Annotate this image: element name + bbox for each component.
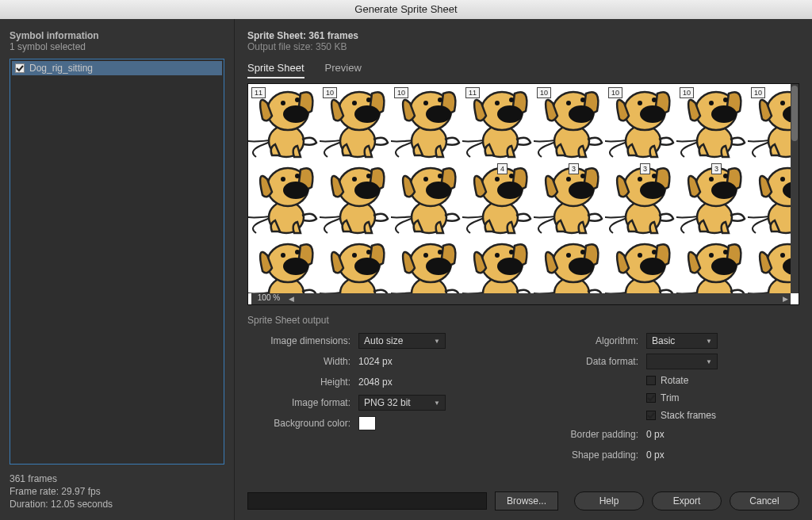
- sprite-frame: [534, 236, 605, 293]
- chevron-down-icon: ▼: [706, 338, 712, 345]
- stat-rate: Frame rate: 29.97 fps: [10, 485, 224, 498]
- format-select[interactable]: PNG 32 bit ▼: [358, 395, 446, 411]
- frame-number-badge: 3: [640, 163, 650, 174]
- sprite-frame: 10: [320, 84, 391, 160]
- label-width: Width:: [247, 356, 358, 367]
- width-value: 1024 px: [358, 356, 393, 367]
- frame-number-badge: 11: [465, 87, 480, 98]
- dimensions-value: Auto size: [364, 335, 403, 346]
- rotate-label: Rotate: [661, 375, 688, 386]
- label-dataformat: Data format:: [535, 356, 646, 367]
- frame-number-badge: 11: [251, 87, 266, 98]
- sprite-frame: 10: [391, 84, 462, 160]
- sprite-frame: 11: [462, 84, 534, 160]
- main-panel: Sprite Sheet: 361 frames Output file siz…: [235, 19, 812, 520]
- sprite-frame: [391, 236, 462, 293]
- frame-number-badge: 10: [394, 87, 408, 98]
- output-path-field[interactable]: [247, 492, 487, 510]
- bgcolor-swatch[interactable]: [358, 416, 376, 430]
- sprite-frame: 10: [748, 84, 791, 160]
- sprite-frame: [320, 236, 391, 293]
- height-value: 2048 px: [358, 377, 393, 388]
- frame-number-badge: 10: [751, 87, 765, 98]
- sprite-frame: 10: [605, 84, 676, 160]
- shape-value[interactable]: 0 px: [646, 449, 665, 461]
- label-algorithm: Algorithm:: [535, 335, 646, 346]
- export-button[interactable]: Export: [652, 491, 722, 510]
- horizontal-scrollbar[interactable]: ◀ ▶: [286, 293, 791, 304]
- scroll-left-icon[interactable]: ◀: [286, 293, 297, 304]
- label-dimensions: Image dimensions:: [247, 335, 358, 346]
- sprite-frame: [248, 160, 320, 236]
- cancel-button[interactable]: Cancel: [730, 491, 799, 510]
- frame-number-badge: 3: [569, 163, 579, 174]
- stack-checkbox[interactable]: [646, 411, 656, 420]
- sheet-title: Sprite Sheet: 361 frames: [247, 30, 799, 41]
- sprite-frame: 10: [676, 84, 748, 160]
- frame-number-badge: 4: [497, 163, 508, 174]
- rotate-checkbox[interactable]: [646, 376, 656, 385]
- sprite-frame: 6: [748, 236, 791, 293]
- sprite-frame: [391, 160, 462, 236]
- sprite-frame: [320, 160, 391, 236]
- sprite-frame: 11: [248, 84, 320, 160]
- tabs: Sprite Sheet Preview: [247, 60, 799, 78]
- label-shape: Shape padding:: [535, 449, 646, 461]
- symbol-item-label: Dog_rig_sitting: [29, 63, 93, 74]
- tab-sprite-sheet[interactable]: Sprite Sheet: [247, 60, 304, 78]
- dimensions-select[interactable]: Auto size ▼: [358, 333, 446, 349]
- sidebar: Symbol information 1 symbol selected Dog…: [0, 19, 235, 520]
- window-title: Generate Sprite Sheet: [0, 0, 812, 19]
- symbol-stats: 361 frames Frame rate: 29.97 fps Duratio…: [10, 472, 224, 510]
- frame-number-badge: 10: [608, 87, 622, 98]
- chevron-down-icon: ▼: [434, 338, 440, 345]
- symbol-checkbox[interactable]: [15, 63, 25, 73]
- frame-number-badge: 10: [323, 87, 337, 98]
- sprite-frame: [748, 160, 791, 236]
- sheet-size: Output file size: 350 KB: [247, 41, 799, 52]
- sprite-frame: 3: [676, 160, 748, 236]
- trim-checkbox[interactable]: [646, 393, 656, 403]
- zoom-level[interactable]: 100 %: [251, 293, 286, 304]
- stack-label: Stack frames: [661, 410, 716, 421]
- sprite-frame: 4: [462, 160, 534, 236]
- frame-number-badge: 10: [680, 87, 694, 98]
- output-section-title: Sprite Sheet output: [247, 315, 799, 326]
- label-border: Border padding:: [535, 429, 646, 440]
- help-button[interactable]: Help: [574, 491, 644, 510]
- sprite-frame: 10: [534, 84, 605, 160]
- dataformat-select[interactable]: ▼: [646, 354, 718, 369]
- label-format: Image format:: [247, 397, 358, 408]
- sprite-preview[interactable]: 111010111010101043336 100 % ◀ ▶: [247, 83, 799, 305]
- sprite-frame: [605, 236, 676, 293]
- stat-frames: 361 frames: [10, 472, 224, 485]
- trim-label: Trim: [661, 392, 680, 403]
- vertical-scroll-thumb[interactable]: [791, 86, 798, 141]
- stat-duration: Duration: 12.05 seconds: [10, 498, 224, 510]
- chevron-down-icon: ▼: [434, 400, 440, 407]
- symbol-info-heading: Symbol information: [10, 30, 224, 41]
- format-value: PNG 32 bit: [364, 397, 411, 408]
- symbol-info-count: 1 symbol selected: [10, 41, 224, 52]
- sprite-frame: [676, 236, 748, 293]
- frame-number-badge: 10: [537, 87, 551, 98]
- vertical-scrollbar[interactable]: [791, 84, 799, 293]
- browse-button[interactable]: Browse...: [495, 491, 558, 510]
- label-height: Height:: [247, 377, 358, 388]
- algorithm-select[interactable]: Basic ▼: [646, 333, 718, 349]
- label-bgcolor: Background color:: [247, 418, 358, 429]
- scroll-right-icon[interactable]: ▶: [779, 293, 791, 304]
- frame-number-badge: 3: [711, 163, 722, 174]
- symbol-list[interactable]: Dog_rig_sitting: [10, 59, 224, 465]
- symbol-item-dog[interactable]: Dog_rig_sitting: [12, 61, 222, 75]
- sprite-frame: [248, 236, 320, 293]
- sprite-frame: [462, 236, 534, 293]
- sprite-frame: 3: [534, 160, 605, 236]
- algorithm-value: Basic: [652, 335, 675, 346]
- border-value[interactable]: 0 px: [646, 429, 665, 440]
- sprite-frame: 3: [605, 160, 676, 236]
- tab-preview[interactable]: Preview: [325, 60, 362, 78]
- chevron-down-icon: ▼: [706, 358, 712, 365]
